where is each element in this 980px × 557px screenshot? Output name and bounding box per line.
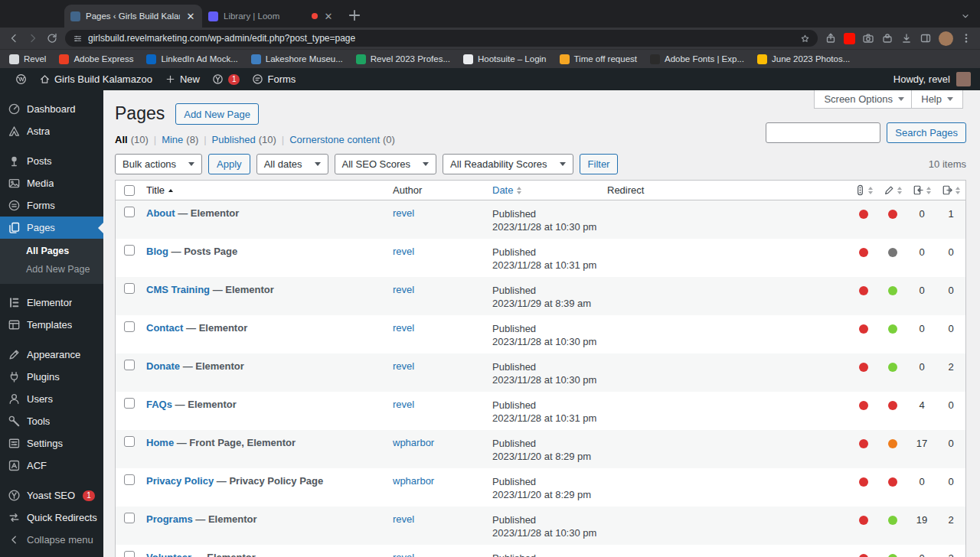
readability-column-header[interactable]	[878, 184, 907, 196]
browser-tab[interactable]: Library | Loom✕	[202, 5, 340, 28]
row-checkbox[interactable]	[124, 474, 135, 485]
tab-close-icon[interactable]: ✕	[323, 11, 334, 21]
bulk-actions-select[interactable]: Bulk actions	[115, 154, 202, 174]
sidebar-item-plugins[interactable]: Plugins	[0, 366, 103, 388]
view-all[interactable]: All(10)	[115, 134, 149, 145]
help-button[interactable]: Help	[911, 90, 963, 109]
dates-filter-select[interactable]: All dates	[256, 154, 328, 174]
row-checkbox[interactable]	[124, 321, 135, 332]
view-mine[interactable]: Mine(8)	[162, 134, 198, 145]
wp-logo-menu[interactable]	[9, 68, 33, 90]
bookmark-adobe-fonts-exp[interactable]: Adobe Fonts | Exp...	[650, 54, 744, 64]
tab-search-icon[interactable]	[960, 11, 971, 21]
sidebar-item-users[interactable]: Users	[0, 388, 103, 410]
row-checkbox[interactable]	[124, 513, 135, 523]
loom-extension-icon[interactable]	[862, 32, 874, 44]
author-link[interactable]: revel	[393, 246, 414, 257]
sidebar-item-forms[interactable]: Forms	[0, 194, 103, 217]
page-title-link[interactable]: Blog	[146, 246, 168, 257]
view-label[interactable]: Published	[212, 134, 256, 145]
sidebar-item-dashboard[interactable]: Dashboard	[0, 98, 103, 120]
view-label[interactable]: Mine	[162, 134, 183, 145]
page-title-link[interactable]: About	[146, 207, 175, 219]
outgoing-links-column-header[interactable]	[936, 184, 965, 196]
readability-filter-select[interactable]: All Readability Scores	[443, 154, 573, 174]
sidebar-item-collapse-menu[interactable]: Collapse menu	[0, 529, 103, 551]
author-link[interactable]: revel	[393, 552, 414, 557]
internal-links-column-header[interactable]	[907, 184, 936, 196]
user-avatar[interactable]	[956, 72, 971, 86]
row-checkbox[interactable]	[124, 207, 135, 217]
row-checkbox[interactable]	[124, 436, 135, 447]
extensions-icon[interactable]	[881, 32, 893, 44]
bookmark-linkedin-ad-mock[interactable]: LinkedIn Ad Mock...	[146, 54, 237, 64]
author-link[interactable]: revel	[393, 322, 414, 334]
browser-tab[interactable]: Pages ‹ Girls Build Kalamazoo✕	[64, 5, 202, 28]
seo-scores-filter-select[interactable]: All SEO Scores	[335, 154, 437, 174]
row-checkbox[interactable]	[124, 283, 135, 294]
bookmark-june-2023-photos[interactable]: June 2023 Photos...	[757, 54, 850, 64]
sidebar-item-settings[interactable]: Settings	[0, 432, 103, 454]
author-link[interactable]: wpharbor	[393, 475, 434, 487]
sidebar-item-tools[interactable]: Tools	[0, 410, 103, 432]
submenu-item-add-new-page[interactable]: Add New Page	[0, 260, 103, 278]
date-column-link[interactable]: Date	[492, 184, 513, 196]
sidebar-item-templates[interactable]: Templates	[0, 314, 103, 336]
browser-menu-icon[interactable]	[960, 32, 972, 44]
new-content-menu[interactable]: New	[158, 68, 206, 90]
acrobat-extension-icon[interactable]	[844, 33, 855, 44]
title-column-link[interactable]: Title	[146, 184, 165, 196]
yoast-notifications-menu[interactable]: 1	[206, 68, 247, 90]
view-cornerstone-content[interactable]: Cornerstone content(0)	[289, 134, 395, 145]
bookmark-hootsuite-login[interactable]: Hootsuite – Login	[463, 54, 547, 64]
row-checkbox[interactable]	[124, 551, 135, 557]
row-checkbox[interactable]	[124, 245, 135, 256]
share-icon[interactable]	[825, 32, 837, 44]
bookmark-revel[interactable]: Revel	[9, 54, 46, 64]
forms-menu[interactable]: Forms	[246, 68, 302, 90]
bookmark-revel-2023-profes[interactable]: Revel 2023 Profes...	[356, 54, 450, 64]
site-settings-icon[interactable]	[73, 34, 83, 44]
search-input[interactable]	[766, 122, 880, 143]
view-label[interactable]: Cornerstone content	[289, 134, 380, 145]
sidebar-item-astra[interactable]: Astra	[0, 120, 103, 142]
author-link[interactable]: wpharbor	[393, 437, 434, 448]
submenu-item-all-pages[interactable]: All Pages	[0, 242, 103, 260]
tab-close-icon[interactable]: ✕	[185, 11, 196, 21]
date-column-header[interactable]: Date	[489, 184, 604, 196]
new-tab-button[interactable]	[346, 7, 363, 24]
screen-options-button[interactable]: Screen Options	[814, 90, 914, 109]
sidebar-item-quick-redirects[interactable]: Quick Redirects	[0, 507, 103, 529]
author-link[interactable]: revel	[393, 513, 414, 525]
back-icon[interactable]	[8, 32, 20, 44]
author-link[interactable]: revel	[393, 360, 414, 372]
bookmark-star-icon[interactable]	[800, 34, 810, 44]
page-title-link[interactable]: FAQs	[146, 399, 172, 410]
bookmark-lakeshore-museu[interactable]: Lakeshore Museu...	[251, 54, 343, 64]
page-title-link[interactable]: Volunteer	[146, 552, 191, 557]
page-title-link[interactable]: Contact	[146, 322, 183, 334]
sidebar-item-posts[interactable]: Posts	[0, 150, 103, 172]
address-bar[interactable]: girlsbuild.revelmarketing.com/wp-admin/e…	[65, 30, 818, 47]
seo-score-column-header[interactable]	[849, 184, 878, 196]
view-published[interactable]: Published(10)	[212, 134, 276, 145]
add-new-page-button[interactable]: Add New Page	[175, 103, 259, 125]
bookmark-time-off-request[interactable]: Time off request	[560, 54, 637, 64]
apply-button[interactable]: Apply	[208, 154, 250, 174]
page-title-link[interactable]: Home	[146, 437, 174, 448]
author-link[interactable]: revel	[393, 207, 414, 219]
sidebar-item-yoast-seo[interactable]: Yoast SEO1	[0, 484, 103, 507]
author-link[interactable]: revel	[393, 284, 414, 295]
page-title-link[interactable]: Programs	[146, 513, 193, 525]
sidebar-item-pages[interactable]: Pages	[0, 217, 103, 239]
reload-icon[interactable]	[46, 32, 58, 44]
row-checkbox[interactable]	[124, 360, 135, 370]
bookmark-adobe-express[interactable]: Adobe Express	[59, 54, 133, 64]
row-checkbox[interactable]	[124, 398, 135, 409]
sidebar-item-media[interactable]: Media	[0, 172, 103, 194]
view-label[interactable]: All	[115, 134, 128, 145]
page-title-link[interactable]: Privacy Policy	[146, 475, 214, 487]
filter-button[interactable]: Filter	[580, 154, 619, 174]
profile-avatar[interactable]	[939, 31, 953, 46]
forward-icon[interactable]	[27, 32, 39, 44]
